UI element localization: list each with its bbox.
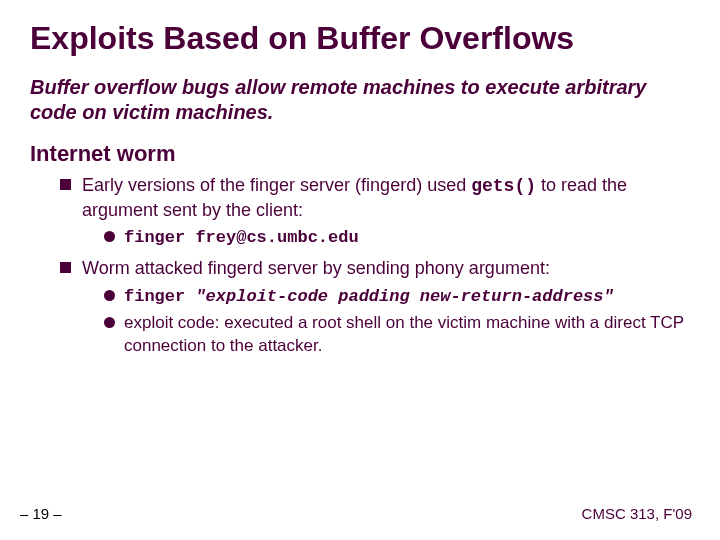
bullet-2b: exploit code: executed a root shell on t… [104, 312, 690, 358]
bullet-1-sublist: finger frey@cs.umbc.edu [82, 226, 690, 250]
subheading: Internet worm [30, 141, 690, 167]
page-number: – 19 – [20, 505, 62, 522]
bullet-1-code: gets() [471, 176, 536, 196]
bullet-2a: finger "exploit-code padding new-return-… [104, 285, 690, 309]
slide-title: Exploits Based on Buffer Overflows [30, 20, 690, 57]
bullet-1: Early versions of the finger server (fin… [60, 173, 690, 251]
bullet-1a-code: finger frey@cs.umbc.edu [124, 228, 359, 247]
intro-text: Buffer overflow bugs allow remote machin… [30, 75, 690, 125]
course-label: CMSC 313, F'09 [582, 505, 692, 522]
bullet-2a-cmd: finger [124, 287, 195, 306]
bullet-2a-arg: "exploit-code padding new-return-address… [195, 287, 613, 306]
bullet-1-pre: Early versions of the finger server (fin… [82, 175, 471, 195]
bullet-list: Early versions of the finger server (fin… [60, 173, 690, 358]
slide: Exploits Based on Buffer Overflows Buffe… [0, 0, 720, 540]
bullet-1a: finger frey@cs.umbc.edu [104, 226, 690, 250]
bullet-2-sublist: finger "exploit-code padding new-return-… [82, 285, 690, 358]
bullet-2b-text: exploit code: executed a root shell on t… [124, 313, 684, 355]
bullet-2-text: Worm attacked fingerd server by sending … [82, 258, 550, 278]
bullet-2: Worm attacked fingerd server by sending … [60, 256, 690, 357]
